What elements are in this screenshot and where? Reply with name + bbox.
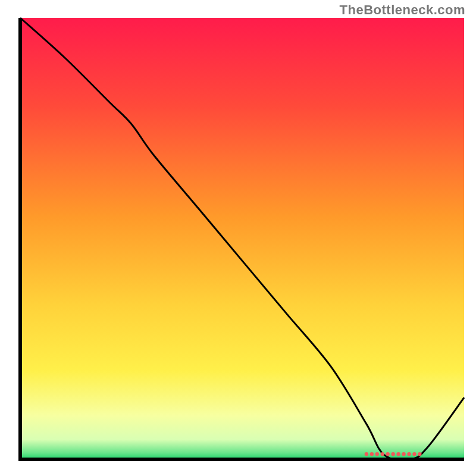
min-marker-dot — [407, 452, 411, 456]
min-marker-dot — [381, 452, 384, 456]
min-marker-dot — [375, 452, 379, 456]
min-marker-dot — [402, 452, 405, 456]
min-marker-dot — [386, 452, 389, 456]
watermark-text: TheBottleneck.com — [340, 2, 465, 18]
min-marker-dot — [370, 452, 374, 456]
min-marker-dot — [418, 452, 421, 456]
min-marker-dot — [412, 452, 416, 456]
min-marker-dot — [391, 452, 394, 456]
plot-background — [20, 18, 464, 459]
min-marker-dot — [396, 452, 400, 456]
bottleneck-chart — [0, 0, 476, 476]
min-marker — [365, 452, 422, 456]
min-marker-dot — [365, 452, 368, 456]
